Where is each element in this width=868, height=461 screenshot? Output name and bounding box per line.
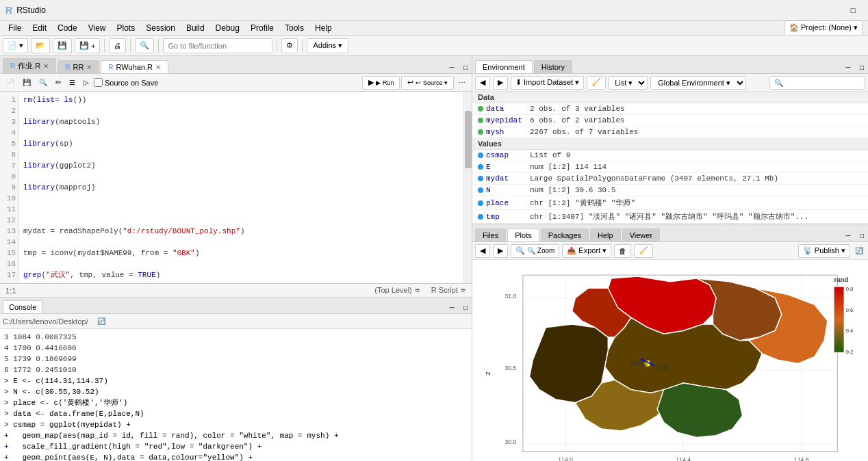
tab-rwuhan[interactable]: R RWuhan.R ✕ [101,60,168,73]
env-mysh-row[interactable]: mysh 2267 obs. of 7 variables [472,127,868,138]
r-script-icon-3: R [108,64,113,71]
map-visualization: z 31.0 30.5 30.0 114.0 114.4 114.8 [476,262,864,461]
menu-profile[interactable]: Profile [245,22,279,34]
zoom-button[interactable]: 🔍 🔍 Zoom [511,244,559,258]
tab-files[interactable]: Files [475,228,506,241]
svg-text:0.2: 0.2 [845,349,853,355]
tab-rr-close[interactable]: ✕ [86,64,92,71]
next-plot-button[interactable]: ▶ [493,244,508,258]
find-button[interactable]: 🔍 [135,38,154,53]
clear-plots-button[interactable]: 🧹 [634,244,653,258]
save-all-button[interactable]: 💾+ [75,38,100,53]
tab-console[interactable]: Console [3,300,42,313]
global-env-selector[interactable]: Global Environment ▾ [650,76,746,90]
env-place-row[interactable]: place chr [1:2] "黄鹤楼" "华师" [472,196,868,210]
import-dataset-button[interactable]: ⬇ Import Dataset ▾ [511,76,584,90]
project-selector[interactable]: 🏠 Project: (None) ▾ [784,21,863,36]
env-back-button[interactable]: ◀ [475,76,490,90]
new-script-button[interactable]: 📄 [3,76,18,90]
editor-scroll-thumb[interactable] [465,111,472,168]
N-indicator [478,187,483,193]
maximize-button[interactable]: □ [843,3,863,17]
env-forward-button[interactable]: ▶ [493,76,508,90]
run-icon: ▶ [368,78,374,87]
console-panel: Console ─ □ C:/Users/lenovo/Desktop/ 🔃 3… [0,297,472,461]
tab-help[interactable]: Help [590,228,621,241]
menu-code[interactable]: Code [52,22,83,34]
console-path: C:/Users/lenovo/Desktop/ [3,317,88,326]
go-to-input[interactable] [163,38,272,53]
editor-nav-button[interactable]: ▷ [80,76,92,90]
open-file-button[interactable]: 📂 [31,38,50,53]
menu-edit[interactable]: Edit [27,22,52,34]
menu-session[interactable]: Session [140,22,181,34]
env-mydat-row[interactable]: mydat Large SpatialPolygonsDataFrame (34… [472,173,868,185]
menu-plots[interactable]: Plots [112,22,141,34]
env-N-row[interactable]: N num [1:2] 30.6 30.5 [472,185,868,196]
menu-debug[interactable]: Debug [210,22,245,34]
menu-file[interactable]: File [3,22,27,34]
editor-wand-button[interactable]: ✏ [52,76,64,90]
tab-viewer[interactable]: Viewer [622,228,660,241]
source-button[interactable]: ↩ ↩ Source ▾ [401,76,454,90]
editor-tabs: R 作业.R ✕ R RR ✕ R RWuhan.R ✕ ─ □ [0,56,472,74]
prev-plot-button[interactable]: ◀ [475,244,490,258]
save-file-button[interactable]: 💾 [53,38,72,53]
menu-build[interactable]: Build [181,22,210,34]
env-E-row[interactable]: E num [1:2] 114 114 [472,161,868,173]
env-csmap-row[interactable]: csmap List of 9 [472,150,868,161]
print-button[interactable]: 🖨 [109,38,126,53]
publish-icon: 📡 [803,246,813,255]
menu-view[interactable]: View [83,22,112,34]
export-button[interactable]: 📤 Export ▾ [562,244,611,258]
env-search-input[interactable] [769,76,865,90]
place-indicator [478,200,483,206]
env-myepidat-row[interactable]: myepidat 6 obs. of 2 variables [472,115,868,127]
menu-help[interactable]: Help [309,22,337,34]
new-file-button[interactable]: 📄▾ [3,38,28,53]
tab-history[interactable]: History [534,60,572,73]
tab-plots[interactable]: Plots [507,228,539,241]
separator-4 [277,39,277,53]
svg-text:30.5: 30.5 [505,365,516,371]
editor-list-button[interactable]: ☰ [66,76,79,90]
editor-search-button[interactable]: 🔍 [36,76,51,90]
tab-rwuhan-close[interactable]: ✕ [155,64,161,71]
files-maximize-button[interactable]: □ [856,229,868,241]
console-content[interactable]: 3 1084 0.0087325 4 1700 0.4416606 5 1739… [0,329,472,461]
run-button[interactable]: ▶ ▶ Run [362,76,400,90]
env-data-row[interactable]: data 2 obs. of 3 variables [472,103,868,115]
console-minimize-button[interactable]: ─ [446,301,458,313]
env-tmp-row[interactable]: tmp chr [1:3407] "淡河县" "诸河县" "颍尔古纳市" "呼玛… [472,210,868,224]
console-maximize-button[interactable]: □ [459,301,472,313]
source-on-save-checkbox[interactable] [94,78,103,87]
separator-2 [130,39,131,53]
tab-packages[interactable]: Packages [541,228,589,241]
delete-plot-button[interactable]: 🗑 [614,244,631,258]
tab-zuoye[interactable]: R 作业.R ✕ [3,58,56,73]
tab-zuoye-close[interactable]: ✕ [43,62,49,70]
env-minimize-button[interactable]: ─ [842,61,854,73]
env-panel-controls: ─ □ [842,61,868,73]
addins-button[interactable]: Addins ▾ [307,38,348,53]
code-content[interactable]: rm(list= ls()) library(maptools) library… [19,92,463,283]
editor-more-button[interactable]: ⋯ [455,76,469,90]
editor-minimize-button[interactable]: ─ [446,61,458,73]
plots-refresh-button[interactable]: 🔄 [853,245,865,257]
list-dropdown[interactable]: List ▾ [609,76,648,90]
console-clear-button[interactable]: 🔃 [94,315,109,328]
publish-button[interactable]: 📡 Publish ▾ [798,244,850,258]
titlebar: R RStudio ─ □ ✕ [0,0,868,21]
settings-button[interactable]: ⚙ [281,38,298,53]
clear-env-button[interactable]: 🧹 [587,76,606,90]
tab-environment[interactable]: Environment [475,60,533,73]
editor-save-button[interactable]: 💾 [19,76,34,90]
files-minimize-button[interactable]: ─ [842,229,854,241]
editor-scrollbar[interactable] [463,92,472,283]
menu-tools[interactable]: Tools [279,22,309,34]
svg-text:0.6: 0.6 [845,307,853,313]
env-maximize-button[interactable]: □ [856,61,868,73]
editor-maximize-button[interactable]: □ [459,61,472,73]
tab-rr[interactable]: R RR ✕ [58,60,99,73]
svg-text:30.0: 30.0 [505,438,516,445]
